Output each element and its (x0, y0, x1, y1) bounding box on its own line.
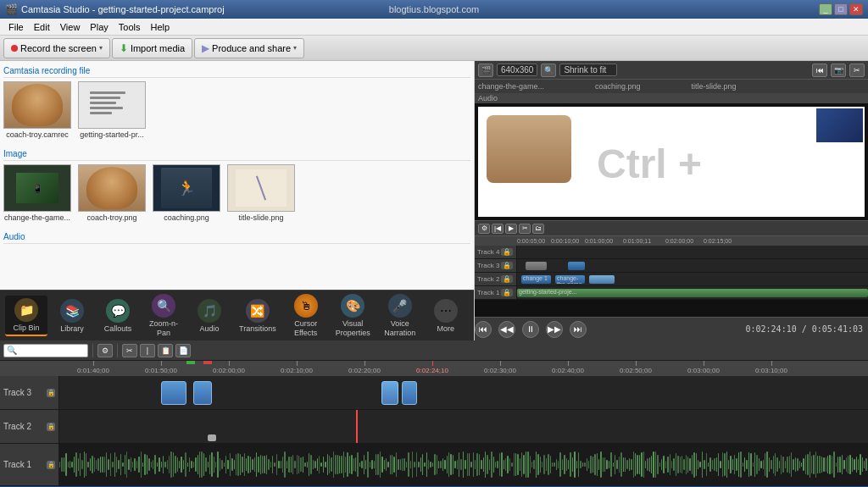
preview-audio-bar: Audio (475, 93, 868, 103)
produce-label: Produce and share (212, 43, 291, 53)
preview-track-4-header: Track 4 🔒 (475, 246, 517, 258)
tab-transitions[interactable]: 🔀 Transitions (234, 296, 281, 335)
track2-bump (208, 434, 216, 441)
track-3-content[interactable] (59, 376, 868, 409)
menu-file[interactable]: File (3, 20, 29, 34)
ruler-text-7: 0:02:40;00 (552, 367, 584, 374)
ruler-tick-8 (636, 361, 637, 366)
tab-cursor[interactable]: 🖱 CursorEffects (285, 291, 327, 340)
track-1-lock[interactable]: 🔒 (47, 461, 55, 469)
minimize-button[interactable]: _ (819, 3, 832, 15)
track1-lock: 🔒 (501, 289, 513, 296)
image-item-title-slide[interactable]: title-slide.png (227, 164, 295, 222)
timeline-tracks[interactable]: Track 3 🔒 Track 2 🔒 (0, 376, 868, 486)
ruler-text-6: 0:02:30;00 (484, 367, 516, 374)
tl-btn-settings[interactable]: ⚙ (97, 344, 113, 357)
preview-tracks: Track 4 🔒 Track 3 🔒 Track 2 🔒 (475, 246, 868, 300)
menu-bar: File Edit View Play Tools Help (0, 19, 868, 36)
recording-item-coach-troy[interactable]: coach-troy.camrec (3, 81, 71, 139)
tab-voice[interactable]: 🎤 VoiceNarration (379, 291, 421, 340)
recording-item-getting-started[interactable]: getting-started-pr... (78, 81, 146, 139)
time-total: 0:05:41:03 (812, 324, 863, 334)
ruler-text-0: 0:01:40;00 (77, 367, 109, 374)
mini-tb-btn-3[interactable]: ▶ (505, 224, 517, 234)
tab-more[interactable]: ⋯ More (425, 296, 467, 335)
doc-line-5 (90, 112, 112, 114)
tab-audio[interactable]: 🎵 Audio (188, 296, 231, 335)
tl-btn-cut[interactable]: ✂ (122, 344, 137, 357)
track3-clip-2[interactable] (381, 381, 398, 405)
ruler-mark-8: 0:02:50;00 (602, 361, 670, 374)
ctrl-next[interactable]: ▶▶ (546, 321, 563, 338)
track-3-lock[interactable]: 🔒 (47, 389, 55, 397)
ctrl-rewind[interactable]: ⏮ (475, 321, 492, 338)
tab-library[interactable]: 📚 Library (51, 296, 93, 335)
mini-tb-btn-2[interactable]: |◀ (492, 224, 504, 234)
tab-clip-bin[interactable]: 📁 Clip Bin (5, 296, 47, 336)
zoom-icon: 🔍 (152, 294, 175, 318)
import-media-button[interactable]: ⬇ Import media (112, 38, 192, 58)
tab-visual-label: VisualProperties (336, 319, 370, 338)
image-item-coaching[interactable]: 🏃 coaching.png (153, 164, 220, 222)
mini-tb-btn-1[interactable]: ⚙ (478, 224, 490, 234)
ruler-mark-4: 0:02:20;00 (331, 361, 398, 374)
ruler-text-3: 0:02:10;00 (281, 367, 313, 374)
ruler-mark-2: 0:02:00;00 (195, 361, 263, 374)
image-thumb-3 (227, 164, 295, 212)
track3-clip-0[interactable] (161, 381, 186, 405)
track-1-content[interactable] (59, 444, 868, 485)
track-1-header: Track 1 🔒 (0, 444, 59, 485)
produce-arrow: ▾ (293, 44, 297, 52)
clip-bin-area[interactable]: Camtasia recording file coach-troy.camre… (0, 61, 474, 290)
preview-tb-btn-1[interactable]: 🎬 (478, 64, 493, 77)
ctrl-pause[interactable]: ⏸ (522, 321, 539, 338)
import-label: Import media (131, 43, 185, 53)
close-button[interactable]: ✕ (849, 3, 863, 15)
menu-edit[interactable]: Edit (29, 20, 55, 34)
library-icon: 📚 (60, 299, 84, 323)
preview-tb-btn-4[interactable]: 📷 (831, 64, 846, 77)
record-screen-button[interactable]: Record the screen ▾ (3, 38, 110, 58)
tl-btn-copy[interactable]: 📋 (158, 344, 173, 357)
tl-btn-split[interactable]: | (140, 344, 155, 357)
track-2-header: Track 2 🔒 (0, 410, 59, 443)
tab-zoom-pan[interactable]: 🔍 Zoom-n-Pan (142, 291, 185, 340)
section-image: Image (3, 147, 470, 161)
track-2-lock[interactable]: 🔒 (47, 423, 55, 431)
doc-line-4 (90, 107, 123, 109)
menu-play[interactable]: Play (85, 20, 113, 34)
menu-view[interactable]: View (55, 20, 86, 34)
menu-help[interactable]: Help (145, 20, 175, 34)
image-item-coach-troy[interactable]: coach-troy.png (78, 164, 146, 222)
track3-clip-1[interactable] (193, 381, 212, 405)
image-label-1: coach-troy.png (87, 213, 137, 222)
ruler-tick-10 (771, 361, 772, 366)
preview-audio-label: Audio (478, 94, 498, 102)
tab-visual[interactable]: 🎨 VisualProperties (331, 291, 376, 340)
ctrl-prev[interactable]: ◀◀ (498, 321, 515, 338)
preview-zoom-dropdown[interactable]: Shrink to fit (559, 64, 617, 76)
ctrl-end[interactable]: ⏭ (570, 321, 587, 338)
voice-icon: 🎤 (388, 294, 412, 318)
track-2-content[interactable] (59, 410, 868, 443)
tl-btn-paste[interactable]: 📄 (175, 344, 191, 357)
mini-tb-btn-4[interactable]: ✂ (519, 224, 531, 234)
ruler-tick-4 (364, 361, 365, 366)
preview-t2-clip-0: change 1 (521, 275, 551, 284)
produce-share-button[interactable]: ▶ Produce and share ▾ (194, 38, 304, 58)
preview-tb-btn-5[interactable]: ✂ (849, 64, 865, 77)
preview-tb-btn-3[interactable]: ⏮ (812, 64, 827, 77)
timeline-search[interactable] (3, 344, 88, 357)
image-item-change-game[interactable]: 📱 change-the-game... (3, 164, 71, 222)
preview-track-1-row: Track 1 🔒 getting-started-proje... (475, 286, 868, 300)
callouts-icon: 💬 (106, 299, 130, 323)
mini-tb-btn-5[interactable]: 🗂 (532, 224, 544, 234)
import-icon: ⬇ (120, 42, 128, 54)
slide-decoration (256, 176, 266, 201)
tab-callouts[interactable]: 💬 Callouts (97, 296, 139, 335)
time-current: 0:02:24:10 (746, 324, 797, 334)
menu-tools[interactable]: Tools (114, 20, 146, 34)
maximize-button[interactable]: □ (834, 3, 848, 15)
preview-tb-btn-2[interactable]: 🔍 (541, 64, 556, 77)
track3-clip-3[interactable] (402, 381, 417, 405)
